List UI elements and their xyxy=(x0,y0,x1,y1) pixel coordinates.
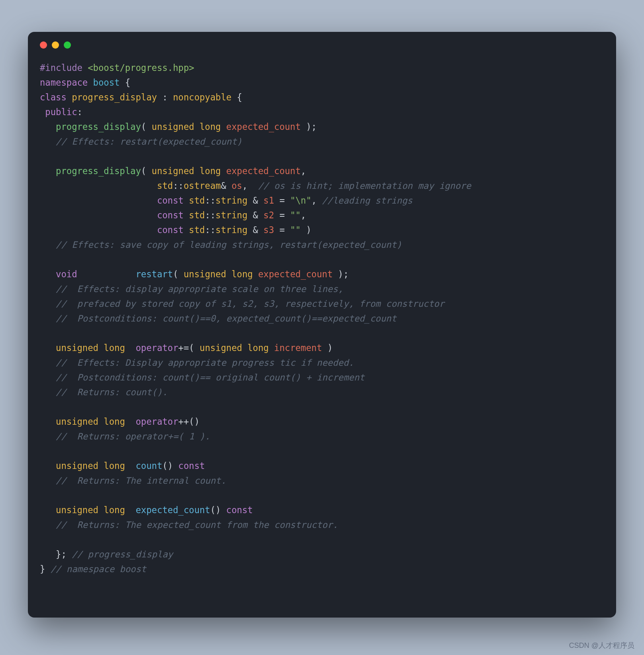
watermark: CSDN @人才程序员 xyxy=(569,641,634,650)
close-icon[interactable] xyxy=(40,41,47,49)
code-block: #include <boost/progress.hpp> namespace … xyxy=(28,49,616,588)
code-window: #include <boost/progress.hpp> namespace … xyxy=(28,32,616,618)
minimize-icon[interactable] xyxy=(52,41,59,49)
zoom-icon[interactable] xyxy=(64,41,71,49)
window-titlebar xyxy=(28,32,616,49)
